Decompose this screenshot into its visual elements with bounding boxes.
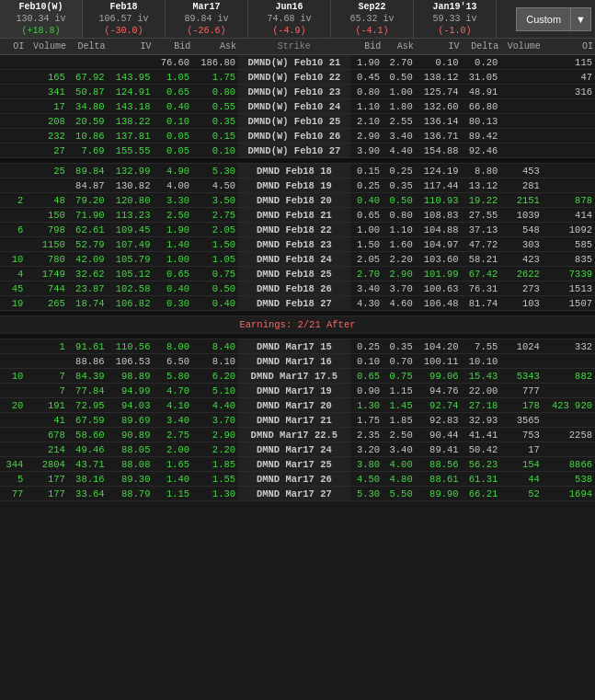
ask-right: 4.80 — [383, 472, 416, 487]
ask-left: 8.40 — [192, 339, 238, 354]
delta-right: 8.80 — [462, 164, 501, 178]
delta-right: 7.55 — [462, 339, 501, 354]
volume-left — [26, 55, 68, 70]
ask-left: 1.50 — [192, 237, 238, 252]
strike-label: DMND Mar17 25 — [238, 457, 350, 472]
iv-right: 92.83 — [416, 413, 462, 428]
oi-right: 414 — [543, 208, 595, 223]
iv-left: 143.18 — [108, 99, 154, 114]
tab-feb10[interactable]: Feb10(W) 130.34 iv (+18.8) — [0, 0, 83, 38]
volume-right: 753 — [500, 428, 543, 442]
strike-label: DMND Feb18 24 — [238, 252, 350, 267]
bid-left: 0.30 — [153, 296, 192, 311]
iv-left: 90.89 — [108, 428, 154, 442]
bid-right: 1.50 — [350, 237, 383, 252]
delta-right: 50.42 — [462, 442, 501, 457]
oi-left — [0, 413, 26, 428]
table-row: 88.86 106.53 6.50 8.10 DMND Mar17 16 0.1… — [0, 354, 595, 369]
iv-left: 105.12 — [108, 267, 154, 281]
tab-feb18[interactable]: Feb18 106.57 iv (-30.0) — [83, 0, 166, 38]
custom-button[interactable]: Custom — [516, 7, 571, 31]
tab-sep22[interactable]: Sep22 65.32 iv (-4.1) — [331, 0, 414, 38]
iv-left: 94.03 — [108, 398, 154, 413]
ask-left: 2.05 — [192, 223, 238, 237]
delta-right: 58.21 — [462, 252, 501, 267]
ask-right: 1.45 — [383, 398, 416, 413]
strike-label: DMND(W) Feb10 27 — [238, 143, 350, 158]
bid-right: 4.30 — [350, 296, 383, 311]
oi-right — [543, 442, 595, 457]
strike-label: DMND Mar17 19 — [238, 384, 350, 398]
strike-label: DMND Mar17 27 — [238, 487, 350, 501]
delta-left: 67.92 — [68, 70, 108, 85]
bid-right: 1.75 — [350, 413, 383, 428]
ask-right: 0.80 — [383, 208, 416, 223]
strike-label: DMND(W) Feb10 22 — [238, 70, 350, 85]
table-row: 4 1749 32.62 105.12 0.65 0.75 DMND Feb18… — [0, 267, 595, 281]
volume-left: 191 — [26, 398, 68, 413]
oi-left: 45 — [0, 281, 26, 296]
volume-right: 777 — [500, 384, 543, 398]
tab-mar17[interactable]: Mar17 89.84 iv (-26.6) — [166, 0, 248, 38]
iv-right: 154.88 — [416, 143, 462, 158]
delta-right: 66.80 — [462, 99, 501, 114]
volume-right: 1039 — [500, 208, 543, 223]
strike-label: DMND Feb18 21 — [238, 208, 350, 223]
oi-right — [543, 114, 595, 129]
bid-right: 1.30 — [350, 398, 383, 413]
tab-jun16[interactable]: Jun16 74.68 iv (-4.9) — [248, 0, 331, 38]
ask-right: 0.75 — [383, 369, 416, 384]
delta-left: 38.16 — [68, 472, 108, 487]
strike-label: DMND(W) Feb10 26 — [238, 129, 350, 143]
volume-left: 17 — [26, 99, 68, 114]
delta-left: 89.84 — [68, 164, 108, 178]
iv-right: 108.83 — [416, 208, 462, 223]
custom-dropdown-arrow[interactable]: ▼ — [571, 7, 591, 31]
oi-left — [0, 428, 26, 442]
volume-right: 2622 — [500, 267, 543, 281]
ask-right: 2.90 — [383, 267, 416, 281]
volume-left: 7 — [26, 384, 68, 398]
bid-right: 1.10 — [350, 99, 383, 114]
oi-left — [0, 178, 26, 193]
volume-right: 303 — [500, 237, 543, 252]
bid-right: 0.25 — [350, 178, 383, 193]
oi-left — [0, 129, 26, 143]
delta-right: 13.12 — [462, 178, 501, 193]
volume-right: 178 — [500, 398, 543, 413]
bid-left: 4.10 — [153, 398, 192, 413]
strike-label: DMND Mar17 15 — [238, 339, 350, 354]
iv-right: 136.14 — [416, 114, 462, 129]
bid-left: 2.75 — [153, 428, 192, 442]
oi-left: 10 — [0, 369, 26, 384]
oi-left: 20 — [0, 398, 26, 413]
bid-left: 6.50 — [153, 354, 192, 369]
table-row: 77 177 33.64 88.79 1.15 1.30 DMND Mar17 … — [0, 487, 595, 501]
table-row: 208 20.59 138.22 0.10 0.35 DMND(W) Feb10… — [0, 114, 595, 129]
ask-left: 1.75 — [192, 70, 238, 85]
oi-left — [0, 114, 26, 129]
volume-left: 798 — [26, 223, 68, 237]
ask-left: 0.10 — [192, 143, 238, 158]
delta-left: 18.74 — [68, 296, 108, 311]
iv-right: 103.60 — [416, 252, 462, 267]
volume-right — [500, 99, 543, 114]
strike-label: DMND Feb18 20 — [238, 193, 350, 208]
ask-left: 4.50 — [192, 178, 238, 193]
bid-left: 1.65 — [153, 457, 192, 472]
bid-right: 0.45 — [350, 70, 383, 85]
bid-left: 8.00 — [153, 339, 192, 354]
volume-left: 25 — [26, 164, 68, 178]
col-header-bid-right: Bid — [350, 39, 383, 55]
oi-right: 1694 — [543, 487, 595, 501]
volume-right: 3565 — [500, 413, 543, 428]
oi-right: 882 — [543, 369, 595, 384]
delta-left: 43.71 — [68, 457, 108, 472]
col-header-ask-left: Ask — [192, 39, 238, 55]
delta-right: 10.10 — [462, 354, 501, 369]
oi-right: 1513 — [543, 281, 595, 296]
tab-jan19[interactable]: Jan19'13 59.33 iv (-1.0) — [414, 0, 497, 38]
col-header-ask-right: Ask — [383, 39, 416, 55]
iv-left: 88.79 — [108, 487, 154, 501]
bid-right: 2.90 — [350, 129, 383, 143]
